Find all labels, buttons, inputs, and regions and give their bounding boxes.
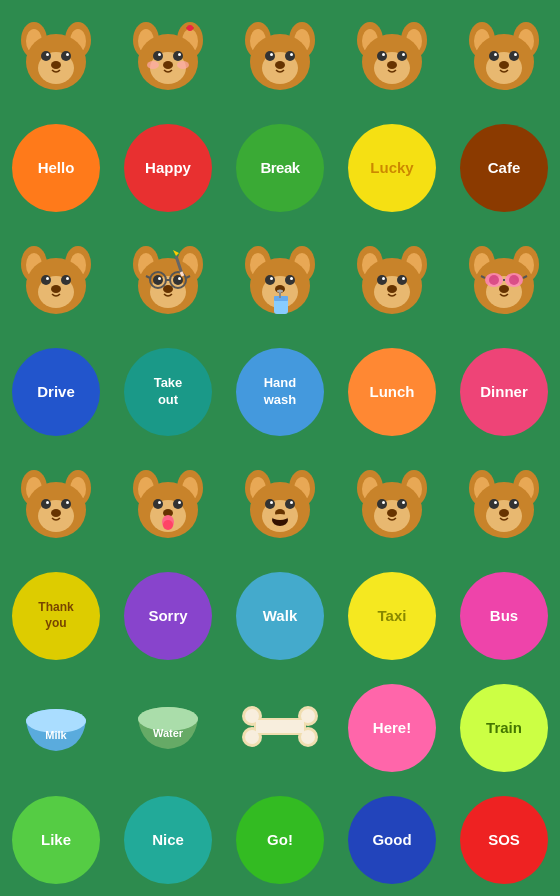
water-bowl-icon: Water [132,699,204,754]
sticker-thankyou-label: Thankyou [38,600,73,631]
sticker-nice-label: Nice [152,830,184,850]
svg-point-24 [163,61,173,69]
svg-point-185 [514,501,517,504]
cell-8-5: SOS [448,784,560,896]
cell-4-4: Lunch [336,336,448,448]
svg-point-7 [61,51,71,61]
svg-point-22 [147,61,159,69]
dog-normal-6 [12,460,100,548]
cell-1-3 [224,0,336,112]
svg-point-146 [173,499,183,509]
svg-point-23 [177,61,189,69]
cell-1-5 [448,0,560,112]
sticker-milk-container: Milk [20,701,92,756]
svg-point-97 [290,277,293,280]
svg-text:Milk: Milk [45,729,67,741]
cell-2-4: Lucky [336,112,448,224]
cell-5-5 [448,448,560,560]
svg-text:Water: Water [153,727,184,739]
svg-point-123 [509,275,519,285]
dog-glasses [124,236,212,324]
sticker-lucky-label: Lucky [370,158,413,178]
svg-marker-86 [173,250,179,256]
svg-point-84 [163,285,173,293]
milk-bowl-icon: Milk [20,701,92,756]
cell-4-3: Handwash [224,336,336,448]
sticker-dinner: Dinner [460,348,548,436]
svg-point-15 [187,25,193,31]
sticker-walk: Walk [236,572,324,660]
svg-point-18 [153,51,163,61]
sticker-break: Break [236,124,324,212]
cell-3-1 [0,224,112,336]
sticker-break-label: Break [260,158,299,178]
sticker-thankyou: Thankyou [12,572,100,660]
svg-point-158 [265,499,275,509]
dog-open-mouth [236,460,324,548]
svg-point-8 [46,53,49,56]
cell-5-4 [336,448,448,560]
svg-point-20 [158,53,161,56]
svg-point-64 [41,275,51,285]
svg-point-186 [499,509,509,517]
sticker-bus: Bus [460,572,548,660]
svg-point-33 [270,53,273,56]
svg-point-9 [66,53,69,56]
svg-point-159 [285,499,295,509]
svg-point-109 [377,275,387,285]
svg-line-87 [181,272,183,276]
sticker-happy-label: Happy [145,158,191,178]
dog-normal-3 [348,12,436,100]
sticker-good-label: Good [372,830,411,850]
svg-point-183 [509,499,519,509]
cell-5-2 [112,448,224,560]
cell-1-2 [112,0,224,112]
svg-point-35 [275,61,285,69]
svg-point-147 [158,501,161,504]
dog-normal-7 [348,460,436,548]
dog-normal-2 [236,12,324,100]
cell-4-1: Drive [0,336,112,448]
cell-4-2: Takeout [112,336,224,448]
sticker-hello: Hello [12,124,100,212]
sticker-dinner-label: Dinner [480,382,528,402]
sticker-handwash: Handwash [236,348,324,436]
svg-point-112 [402,277,405,280]
svg-point-94 [265,275,275,285]
svg-point-19 [173,51,183,61]
cell-8-1: Like [0,784,112,896]
cell-7-3 [224,672,336,784]
svg-point-57 [499,61,509,69]
sticker-go-label: Go! [267,830,293,850]
sticker-taxi: Taxi [348,572,436,660]
cell-8-3: Go! [224,784,336,896]
sticker-lunch-label: Lunch [370,382,415,402]
svg-point-151 [163,520,173,530]
svg-point-184 [494,501,497,504]
svg-point-137 [66,501,69,504]
svg-point-56 [514,53,517,56]
cell-6-4: Taxi [336,560,448,672]
cell-3-4 [336,224,448,336]
cell-5-3 [224,448,336,560]
sticker-train-label: Train [486,718,522,738]
cell-8-2: Nice [112,784,224,896]
svg-point-171 [377,499,387,509]
cell-7-5: Train [448,672,560,784]
svg-point-10 [51,61,61,69]
svg-point-44 [382,53,385,56]
cell-6-1: Thankyou [0,560,112,672]
svg-point-148 [178,501,181,504]
svg-point-172 [397,499,407,509]
sticker-sorry: Sorry [124,572,212,660]
dog-normal-8 [460,460,548,548]
svg-point-145 [153,499,163,509]
svg-point-174 [402,501,405,504]
sticker-nice: Nice [124,796,212,884]
svg-point-136 [46,501,49,504]
cell-5-1 [0,448,112,560]
cell-1-4 [336,0,448,112]
sticker-drive: Drive [12,348,100,436]
cell-2-2: Happy [112,112,224,224]
sticker-cafe: Cafe [460,124,548,212]
